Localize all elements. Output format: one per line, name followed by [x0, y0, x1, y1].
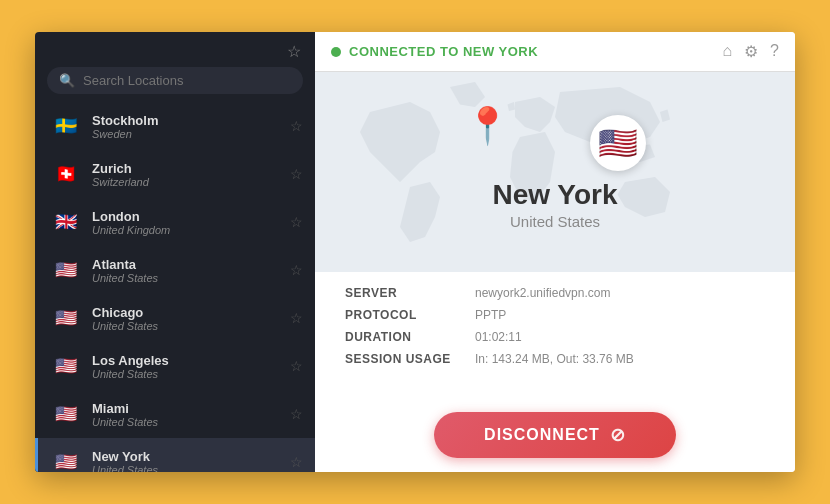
connected-text: CONNECTED TO NEW YORK	[349, 44, 538, 59]
flag-new-york: 🇺🇸	[50, 446, 82, 472]
main-content: CONNECTED TO NEW YORK ⌂ ⚙ ?	[315, 32, 795, 472]
location-info-chicago: Chicago United States	[92, 305, 280, 332]
location-info-stockholm: Stockholm Sweden	[92, 113, 280, 140]
location-name-zurich: Zurich	[92, 161, 280, 176]
location-info-zurich: Zurich Switzerland	[92, 161, 280, 188]
app-window: ☆ 🔍 🇸🇪 Stockholm Sweden ☆ 🇨🇭 Zurich Swit…	[35, 32, 795, 472]
flag-los-angeles: 🇺🇸	[50, 350, 82, 382]
search-icon: 🔍	[59, 73, 75, 88]
disconnect-label: DISCONNECT	[484, 426, 600, 444]
location-name-los-angeles: Los Angeles	[92, 353, 280, 368]
location-country-miami: United States	[92, 416, 280, 428]
flag-atlanta: 🇺🇸	[50, 254, 82, 286]
location-item-stockholm[interactable]: 🇸🇪 Stockholm Sweden ☆	[35, 102, 315, 150]
server-label: SERVER	[345, 286, 475, 300]
protocol-value: PPTP	[475, 308, 765, 322]
connected-badge: CONNECTED TO NEW YORK	[331, 44, 538, 59]
location-info-london: London United Kingdom	[92, 209, 280, 236]
home-icon[interactable]: ⌂	[722, 42, 732, 61]
star-btn-atlanta[interactable]: ☆	[290, 262, 303, 278]
location-country-los-angeles: United States	[92, 368, 280, 380]
map-icons-row: 📍 🇺🇸	[465, 115, 646, 171]
location-country-chicago: United States	[92, 320, 280, 332]
location-name-miami: Miami	[92, 401, 280, 416]
flag-zurich: 🇨🇭	[50, 158, 82, 190]
flag-chicago: 🇺🇸	[50, 302, 82, 334]
location-item-los-angeles[interactable]: 🇺🇸 Los Angeles United States ☆	[35, 342, 315, 390]
location-item-atlanta[interactable]: 🇺🇸 Atlanta United States ☆	[35, 246, 315, 294]
flag-london: 🇬🇧	[50, 206, 82, 238]
sidebar: ☆ 🔍 🇸🇪 Stockholm Sweden ☆ 🇨🇭 Zurich Swit…	[35, 32, 315, 472]
location-name-new-york: New York	[92, 449, 280, 464]
location-country-stockholm: Sweden	[92, 128, 280, 140]
location-name-stockholm: Stockholm	[92, 113, 280, 128]
map-overlay: 📍 🇺🇸 New York United States	[315, 72, 795, 272]
location-country-new-york: United States	[92, 464, 280, 473]
duration-value: 01:02:11	[475, 330, 765, 344]
star-btn-stockholm[interactable]: ☆	[290, 118, 303, 134]
location-info-los-angeles: Los Angeles United States	[92, 353, 280, 380]
location-item-london[interactable]: 🇬🇧 London United Kingdom ☆	[35, 198, 315, 246]
map-pin-icon: 📍	[465, 105, 510, 147]
disconnect-icon: ⊘	[610, 424, 626, 446]
location-list: 🇸🇪 Stockholm Sweden ☆ 🇨🇭 Zurich Switzerl…	[35, 102, 315, 472]
session-label: SESSION USAGE	[345, 352, 475, 366]
location-country-zurich: Switzerland	[92, 176, 280, 188]
star-btn-london[interactable]: ☆	[290, 214, 303, 230]
search-container: 🔍	[35, 67, 315, 102]
info-grid: SERVER newyork2.unifiedvpn.com PROTOCOL …	[345, 286, 765, 366]
location-item-miami[interactable]: 🇺🇸 Miami United States ☆	[35, 390, 315, 438]
session-value: In: 143.24 MB, Out: 33.76 MB	[475, 352, 765, 366]
flag-miami: 🇺🇸	[50, 398, 82, 430]
top-bar-icons: ⌂ ⚙ ?	[722, 42, 779, 61]
protocol-label: PROTOCOL	[345, 308, 475, 322]
location-info-atlanta: Atlanta United States	[92, 257, 280, 284]
top-bar: CONNECTED TO NEW YORK ⌂ ⚙ ?	[315, 32, 795, 72]
server-value: newyork2.unifiedvpn.com	[475, 286, 765, 300]
location-country-london: United Kingdom	[92, 224, 280, 236]
map-city-title: New York	[492, 179, 617, 211]
location-item-new-york[interactable]: 🇺🇸 New York United States ☆	[35, 438, 315, 472]
favorites-icon[interactable]: ☆	[287, 42, 301, 61]
sidebar-header: ☆	[35, 32, 315, 67]
settings-icon[interactable]: ⚙	[744, 42, 758, 61]
star-btn-miami[interactable]: ☆	[290, 406, 303, 422]
location-info-miami: Miami United States	[92, 401, 280, 428]
star-btn-los-angeles[interactable]: ☆	[290, 358, 303, 374]
disconnect-button[interactable]: DISCONNECT ⊘	[434, 412, 676, 458]
star-btn-zurich[interactable]: ☆	[290, 166, 303, 182]
location-name-london: London	[92, 209, 280, 224]
connected-dot	[331, 47, 341, 57]
star-btn-new-york[interactable]: ☆	[290, 454, 303, 470]
map-country-subtitle: United States	[510, 213, 600, 230]
location-item-chicago[interactable]: 🇺🇸 Chicago United States ☆	[35, 294, 315, 342]
location-item-zurich[interactable]: 🇨🇭 Zurich Switzerland ☆	[35, 150, 315, 198]
star-btn-chicago[interactable]: ☆	[290, 310, 303, 326]
location-name-chicago: Chicago	[92, 305, 280, 320]
location-country-atlanta: United States	[92, 272, 280, 284]
search-input[interactable]	[83, 73, 291, 88]
location-flag-large: 🇺🇸	[590, 115, 646, 171]
info-panel: SERVER newyork2.unifiedvpn.com PROTOCOL …	[315, 272, 795, 472]
location-name-atlanta: Atlanta	[92, 257, 280, 272]
duration-label: DURATION	[345, 330, 475, 344]
search-box: 🔍	[47, 67, 303, 94]
location-info-new-york: New York United States	[92, 449, 280, 473]
flag-stockholm: 🇸🇪	[50, 110, 82, 142]
help-icon[interactable]: ?	[770, 42, 779, 61]
map-area: 📍 🇺🇸 New York United States	[315, 72, 795, 272]
